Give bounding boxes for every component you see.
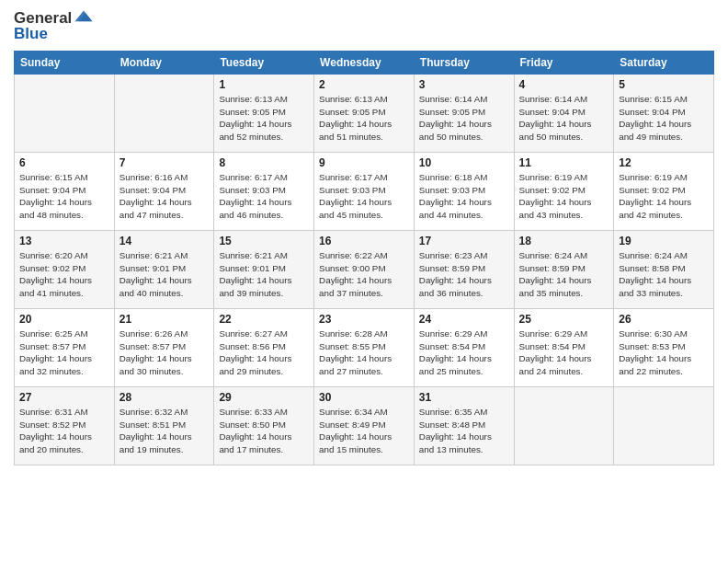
calendar-cell: 16Sunrise: 6:22 AM Sunset: 9:00 PM Dayli… (314, 231, 415, 309)
calendar-cell: 26Sunrise: 6:30 AM Sunset: 8:53 PM Dayli… (614, 309, 714, 387)
calendar-cell: 8Sunrise: 6:17 AM Sunset: 9:03 PM Daylig… (214, 153, 314, 231)
day-info: Sunrise: 6:28 AM Sunset: 8:55 PM Dayligh… (319, 327, 409, 378)
day-number: 13 (19, 235, 109, 247)
day-info: Sunrise: 6:31 AM Sunset: 8:52 PM Dayligh… (19, 406, 109, 456)
day-number: 31 (419, 391, 509, 404)
day-info: Sunrise: 6:15 AM Sunset: 9:04 PM Dayligh… (619, 93, 709, 144)
calendar-cell (514, 387, 614, 465)
day-info: Sunrise: 6:13 AM Sunset: 9:05 PM Dayligh… (219, 93, 309, 144)
day-number: 20 (19, 313, 109, 326)
calendar-cell (114, 75, 214, 153)
day-number: 26 (619, 313, 709, 326)
day-number: 7 (119, 156, 210, 169)
logo-icon (74, 6, 94, 27)
logo: General Blue (14, 9, 94, 43)
page: General Blue SundayMondayTuesdayWednesda… (0, 0, 728, 563)
day-number: 14 (119, 235, 210, 247)
calendar-cell: 23Sunrise: 6:28 AM Sunset: 8:55 PM Dayli… (314, 309, 415, 387)
day-header-saturday: Saturday (614, 52, 714, 75)
day-info: Sunrise: 6:29 AM Sunset: 8:54 PM Dayligh… (519, 327, 609, 378)
calendar-cell: 30Sunrise: 6:34 AM Sunset: 8:49 PM Dayli… (314, 387, 415, 465)
calendar-cell: 14Sunrise: 6:21 AM Sunset: 9:01 PM Dayli… (114, 231, 214, 309)
day-number: 6 (19, 156, 109, 169)
calendar-cell: 31Sunrise: 6:35 AM Sunset: 8:48 PM Dayli… (414, 387, 514, 465)
day-info: Sunrise: 6:16 AM Sunset: 9:04 PM Dayligh… (119, 171, 210, 222)
day-header-thursday: Thursday (414, 52, 514, 75)
day-info: Sunrise: 6:19 AM Sunset: 9:02 PM Dayligh… (619, 171, 709, 222)
day-number: 25 (519, 313, 609, 326)
calendar-cell: 22Sunrise: 6:27 AM Sunset: 8:56 PM Dayli… (214, 309, 314, 387)
day-header-monday: Monday (114, 52, 214, 75)
day-number: 19 (619, 235, 709, 247)
calendar-cell: 27Sunrise: 6:31 AM Sunset: 8:52 PM Dayli… (15, 387, 115, 465)
day-header-sunday: Sunday (15, 52, 115, 75)
day-number: 10 (419, 156, 509, 169)
day-info: Sunrise: 6:14 AM Sunset: 9:04 PM Dayligh… (519, 93, 609, 144)
calendar-week-row: 27Sunrise: 6:31 AM Sunset: 8:52 PM Dayli… (15, 387, 714, 465)
day-info: Sunrise: 6:34 AM Sunset: 8:49 PM Dayligh… (319, 406, 409, 456)
day-number: 16 (319, 235, 409, 247)
logo-blue: Blue (14, 25, 94, 43)
day-number: 1 (219, 78, 309, 91)
calendar-week-row: 1Sunrise: 6:13 AM Sunset: 9:05 PM Daylig… (15, 75, 714, 153)
day-info: Sunrise: 6:24 AM Sunset: 8:59 PM Dayligh… (519, 249, 609, 300)
calendar-week-row: 13Sunrise: 6:20 AM Sunset: 9:02 PM Dayli… (15, 231, 714, 309)
day-number: 9 (319, 156, 409, 169)
day-info: Sunrise: 6:17 AM Sunset: 9:03 PM Dayligh… (219, 171, 309, 222)
day-number: 28 (119, 391, 210, 404)
day-info: Sunrise: 6:17 AM Sunset: 9:03 PM Dayligh… (319, 171, 409, 222)
calendar-header-row: SundayMondayTuesdayWednesdayThursdayFrid… (15, 52, 714, 75)
calendar-cell: 5Sunrise: 6:15 AM Sunset: 9:04 PM Daylig… (614, 75, 714, 153)
day-number: 29 (219, 391, 309, 404)
calendar-cell: 12Sunrise: 6:19 AM Sunset: 9:02 PM Dayli… (614, 153, 714, 231)
day-info: Sunrise: 6:19 AM Sunset: 9:02 PM Dayligh… (519, 171, 609, 222)
day-number: 22 (219, 313, 309, 326)
day-number: 12 (619, 156, 709, 169)
calendar-week-row: 20Sunrise: 6:25 AM Sunset: 8:57 PM Dayli… (15, 309, 714, 387)
day-header-tuesday: Tuesday (214, 52, 314, 75)
calendar-cell: 29Sunrise: 6:33 AM Sunset: 8:50 PM Dayli… (214, 387, 314, 465)
day-info: Sunrise: 6:21 AM Sunset: 9:01 PM Dayligh… (219, 249, 309, 300)
day-header-wednesday: Wednesday (314, 52, 415, 75)
day-info: Sunrise: 6:32 AM Sunset: 8:51 PM Dayligh… (119, 406, 210, 456)
day-info: Sunrise: 6:27 AM Sunset: 8:56 PM Dayligh… (219, 327, 309, 378)
day-number: 2 (319, 78, 409, 91)
day-number: 27 (19, 391, 109, 404)
day-info: Sunrise: 6:21 AM Sunset: 9:01 PM Dayligh… (119, 249, 210, 300)
day-number: 5 (619, 78, 709, 91)
calendar-week-row: 6Sunrise: 6:15 AM Sunset: 9:04 PM Daylig… (15, 153, 714, 231)
day-info: Sunrise: 6:30 AM Sunset: 8:53 PM Dayligh… (619, 327, 709, 378)
day-info: Sunrise: 6:26 AM Sunset: 8:57 PM Dayligh… (119, 327, 210, 378)
day-info: Sunrise: 6:33 AM Sunset: 8:50 PM Dayligh… (219, 406, 309, 456)
day-info: Sunrise: 6:13 AM Sunset: 9:05 PM Dayligh… (319, 93, 409, 144)
day-number: 24 (419, 313, 509, 326)
calendar-cell (614, 387, 714, 465)
calendar-table: SundayMondayTuesdayWednesdayThursdayFrid… (14, 51, 714, 465)
calendar-cell: 9Sunrise: 6:17 AM Sunset: 9:03 PM Daylig… (314, 153, 415, 231)
calendar-cell: 15Sunrise: 6:21 AM Sunset: 9:01 PM Dayli… (214, 231, 314, 309)
calendar-cell: 21Sunrise: 6:26 AM Sunset: 8:57 PM Dayli… (114, 309, 214, 387)
calendar-cell: 4Sunrise: 6:14 AM Sunset: 9:04 PM Daylig… (514, 75, 614, 153)
day-info: Sunrise: 6:25 AM Sunset: 8:57 PM Dayligh… (19, 327, 109, 378)
day-number: 15 (219, 235, 309, 247)
day-info: Sunrise: 6:24 AM Sunset: 8:58 PM Dayligh… (619, 249, 709, 300)
day-info: Sunrise: 6:22 AM Sunset: 9:00 PM Dayligh… (319, 249, 409, 300)
day-info: Sunrise: 6:35 AM Sunset: 8:48 PM Dayligh… (419, 406, 509, 456)
calendar-cell (15, 75, 115, 153)
day-info: Sunrise: 6:18 AM Sunset: 9:03 PM Dayligh… (419, 171, 509, 222)
calendar-cell: 19Sunrise: 6:24 AM Sunset: 8:58 PM Dayli… (614, 231, 714, 309)
day-info: Sunrise: 6:23 AM Sunset: 8:59 PM Dayligh… (419, 249, 509, 300)
day-number: 11 (519, 156, 609, 169)
calendar-cell: 18Sunrise: 6:24 AM Sunset: 8:59 PM Dayli… (514, 231, 614, 309)
day-number: 3 (419, 78, 509, 91)
day-number: 17 (419, 235, 509, 247)
day-number: 30 (319, 391, 409, 404)
calendar-cell: 6Sunrise: 6:15 AM Sunset: 9:04 PM Daylig… (15, 153, 115, 231)
calendar-cell: 24Sunrise: 6:29 AM Sunset: 8:54 PM Dayli… (414, 309, 514, 387)
day-info: Sunrise: 6:29 AM Sunset: 8:54 PM Dayligh… (419, 327, 509, 378)
calendar-cell: 2Sunrise: 6:13 AM Sunset: 9:05 PM Daylig… (314, 75, 415, 153)
day-number: 23 (319, 313, 409, 326)
header: General Blue (14, 9, 714, 43)
calendar-cell: 13Sunrise: 6:20 AM Sunset: 9:02 PM Dayli… (15, 231, 115, 309)
calendar-cell: 3Sunrise: 6:14 AM Sunset: 9:05 PM Daylig… (414, 75, 514, 153)
